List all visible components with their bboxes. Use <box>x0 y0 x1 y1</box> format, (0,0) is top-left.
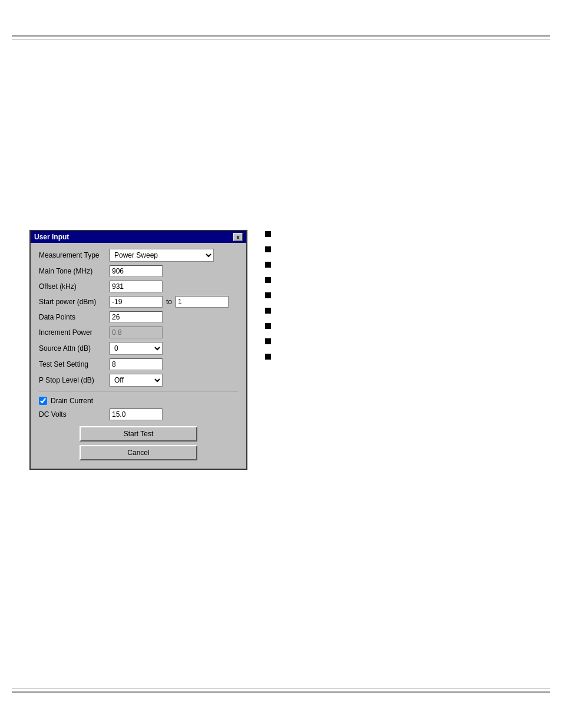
user-input-dialog: User Input x Measurement Type Power Swee… <box>29 230 247 470</box>
bullet-3 <box>265 261 548 268</box>
test-set-setting-input[interactable] <box>110 358 163 370</box>
main-tone-input[interactable] <box>110 265 163 277</box>
bottom-line-thick <box>12 691 550 693</box>
bullet-8 <box>265 337 548 344</box>
bullet-7 <box>265 322 548 329</box>
dialog-content: Measurement Type Power Sweep Frequency S… <box>31 243 246 469</box>
bullet-5 <box>265 291 548 298</box>
dialog-close-button[interactable]: x <box>233 233 243 241</box>
to-label: to <box>166 298 172 306</box>
main-tone-row: Main Tone (MHz) <box>39 265 238 277</box>
end-power-input[interactable] <box>176 296 229 308</box>
data-points-label: Data Points <box>39 313 110 321</box>
test-set-setting-label: Test Set Setting <box>39 360 110 368</box>
source-attn-label: Source Attn (dB) <box>39 344 110 353</box>
source-attn-select[interactable]: 0 2 4 6 8 10 <box>110 342 163 355</box>
bullet-square-4 <box>265 277 271 283</box>
bullet-1 <box>265 230 548 237</box>
drain-current-label: Drain Current <box>51 397 93 405</box>
bullet-square-1 <box>265 231 271 237</box>
increment-power-input[interactable] <box>110 327 163 338</box>
cancel-button[interactable]: Cancel <box>80 445 197 460</box>
bullet-square-5 <box>265 292 271 298</box>
bullet-square-7 <box>265 323 271 329</box>
bullet-9 <box>265 353 548 360</box>
increment-power-label: Increment Power <box>39 328 110 337</box>
bullet-square-3 <box>265 262 271 268</box>
measurement-type-label: Measurement Type <box>39 251 110 259</box>
data-points-row: Data Points <box>39 311 238 323</box>
drain-current-checkbox[interactable] <box>39 397 47 405</box>
p-stop-level-label: P Stop Level (dB) <box>39 376 110 384</box>
measurement-type-row: Measurement Type Power Sweep Frequency S… <box>39 249 238 262</box>
dialog-titlebar: User Input x <box>31 231 246 243</box>
offset-label: Offset (kHz) <box>39 282 110 291</box>
bullet-square-8 <box>265 338 271 344</box>
source-attn-row: Source Attn (dB) 0 2 4 6 8 10 <box>39 342 238 355</box>
drain-current-row: Drain Current <box>39 397 238 405</box>
dialog-title: User Input <box>34 233 69 241</box>
increment-power-row: Increment Power <box>39 327 238 338</box>
start-power-label: Start power (dBm) <box>39 298 110 306</box>
bullet-square-6 <box>265 308 271 314</box>
dc-volts-input[interactable] <box>110 409 163 420</box>
offset-input[interactable] <box>110 281 163 292</box>
measurement-type-select[interactable]: Power Sweep Frequency Sweep Single Point <box>110 249 214 262</box>
data-points-input[interactable] <box>110 311 163 323</box>
bullet-4 <box>265 276 548 283</box>
bullet-square-9 <box>265 354 271 360</box>
dc-volts-row: DC Volts <box>39 409 238 420</box>
button-row: Start Test Cancel <box>39 426 238 460</box>
separator <box>39 391 238 392</box>
bullet-6 <box>265 307 548 314</box>
start-power-input[interactable] <box>110 296 163 308</box>
main-tone-label: Main Tone (MHz) <box>39 267 110 275</box>
dc-volts-label: DC Volts <box>39 410 110 419</box>
page-container: User Input x Measurement Type Power Swee… <box>0 0 562 728</box>
bullet-square-2 <box>265 246 271 252</box>
bullet-2 <box>265 245 548 252</box>
bottom-line-thin <box>12 689 550 689</box>
start-power-row: Start power (dBm) to <box>39 296 238 308</box>
start-test-button[interactable]: Start Test <box>80 426 197 442</box>
p-stop-level-select[interactable]: Off -10 -20 -30 -40 <box>110 374 163 387</box>
top-line-thick <box>12 35 550 37</box>
offset-row: Offset (kHz) <box>39 281 238 292</box>
test-set-setting-row: Test Set Setting <box>39 358 238 370</box>
bullets-area <box>265 230 548 368</box>
top-line-thin <box>12 39 550 39</box>
p-stop-level-row: P Stop Level (dB) Off -10 -20 -30 -40 <box>39 374 238 387</box>
dialog-box: User Input x Measurement Type Power Swee… <box>29 230 247 470</box>
